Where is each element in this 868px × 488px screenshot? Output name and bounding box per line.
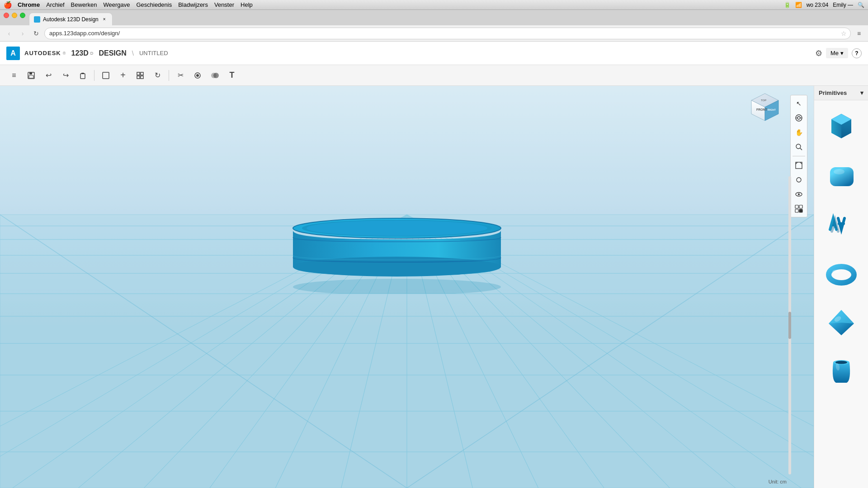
- address-bar[interactable]: apps.123dapp.com/design/ ☆: [44, 28, 851, 39]
- scroll-thumb[interactable]: [788, 312, 791, 339]
- zoom-extents-tool[interactable]: [793, 174, 805, 186]
- svg-point-11: [196, 74, 199, 77]
- menu-button[interactable]: ≡: [6, 68, 22, 83]
- navigation-cube[interactable]: FRONT RIGhT TOP: [748, 91, 780, 123]
- bladwijzers-menu[interactable]: Bladwijzers: [178, 1, 208, 8]
- svg-text:FRONT: FRONT: [756, 108, 768, 111]
- combine-button[interactable]: [207, 68, 222, 83]
- close-window-button[interactable]: [4, 13, 9, 18]
- svg-rect-4: [81, 73, 84, 74]
- svg-rect-7: [141, 72, 143, 75]
- help-button[interactable]: ?: [852, 48, 862, 58]
- save-button[interactable]: [24, 68, 39, 83]
- primitive-torus[interactable]: [819, 251, 864, 296]
- zoom-view-tool[interactable]: [793, 141, 805, 153]
- svg-point-69: [797, 178, 801, 182]
- time-display: wo 23:04: [807, 2, 829, 8]
- redo-button[interactable]: ↪: [58, 68, 73, 83]
- weergave-menu[interactable]: Weergave: [103, 1, 130, 8]
- refresh-button[interactable]: ↻: [150, 68, 165, 83]
- primitives-panel: Primitives ▾: [814, 86, 868, 488]
- svg-text:RIGhT: RIGhT: [768, 108, 776, 111]
- svg-point-13: [213, 73, 219, 78]
- svg-point-46: [293, 279, 501, 294]
- search-icon[interactable]: 🔍: [858, 2, 864, 8]
- text-button[interactable]: T: [224, 68, 240, 83]
- chrome-addressbar: ‹ › ↻ apps.123dapp.com/design/ ☆ ≡: [0, 25, 868, 42]
- transform-button[interactable]: [132, 68, 148, 83]
- fit-view-tool[interactable]: [793, 159, 805, 172]
- tab-autodesk[interactable]: Autodesk 123D Design ×: [29, 13, 113, 25]
- venster-menu[interactable]: Venster: [214, 1, 234, 8]
- select-button[interactable]: [98, 68, 113, 83]
- add-button[interactable]: +: [115, 68, 131, 83]
- primitive-3dtext[interactable]: [819, 202, 864, 248]
- autodesk-logo: A: [6, 47, 20, 60]
- primitive-cup[interactable]: [819, 349, 864, 394]
- battery-icon: 🔋: [784, 2, 791, 8]
- header-right: ⚙ Me ▾ ?: [815, 48, 862, 58]
- svg-rect-3: [80, 74, 85, 79]
- chrome-menu[interactable]: Chrome: [18, 1, 40, 8]
- primitive-box[interactable]: [819, 105, 864, 150]
- product-name: 123D: [71, 49, 89, 57]
- tab-close-button[interactable]: ×: [101, 16, 108, 23]
- undo-button[interactable]: ↩: [41, 68, 56, 83]
- maximize-window-button[interactable]: [20, 13, 25, 18]
- svg-rect-77: [799, 205, 802, 208]
- svg-marker-90: [829, 310, 854, 324]
- svg-text:TOP: TOP: [761, 99, 766, 102]
- bookmark-icon[interactable]: ☆: [841, 30, 847, 37]
- minimize-window-button[interactable]: [12, 13, 17, 18]
- chevron-down-icon: ▾: [840, 50, 844, 56]
- svg-rect-8: [137, 76, 140, 79]
- svg-rect-9: [141, 76, 143, 79]
- svg-rect-79: [799, 209, 802, 212]
- select-view-tool[interactable]: ↖: [793, 97, 805, 110]
- svg-rect-2: [29, 75, 33, 78]
- svg-rect-78: [795, 209, 798, 212]
- user-display: Emily —: [833, 2, 853, 8]
- cut-button[interactable]: ✂: [173, 68, 188, 83]
- help-menu[interactable]: Help: [241, 1, 253, 8]
- pan-view-tool[interactable]: ✋: [793, 126, 805, 139]
- forward-button[interactable]: ›: [17, 28, 28, 39]
- wifi-icon: 📶: [795, 2, 802, 8]
- primitives-header[interactable]: Primitives ▾: [814, 86, 868, 100]
- svg-point-61: [797, 117, 800, 119]
- visibility-view-tool[interactable]: [793, 188, 805, 201]
- clipboard-button[interactable]: [75, 68, 90, 83]
- primitive-diamond[interactable]: [819, 300, 864, 345]
- reload-button[interactable]: ↻: [31, 28, 42, 39]
- bewerken-menu[interactable]: Bewerken: [71, 1, 97, 8]
- primitive-rounded-box[interactable]: [819, 154, 864, 199]
- geschiedenis-menu[interactable]: Geschiedenis: [136, 1, 172, 8]
- toolbar-divider: [94, 70, 94, 81]
- 3d-object[interactable]: [285, 194, 511, 294]
- back-button[interactable]: ‹: [4, 28, 14, 39]
- viewport[interactable]: FRONT RIGhT TOP ↖ ✋: [0, 86, 814, 488]
- view-tool-divider: [793, 156, 805, 156]
- apple-menu[interactable]: 🍎: [4, 1, 12, 9]
- snap-view-tool[interactable]: [793, 202, 805, 215]
- archief-menu[interactable]: Archief: [46, 1, 64, 8]
- file-name: UNTITLED: [139, 50, 168, 56]
- paint-button[interactable]: [190, 68, 205, 83]
- unit-label: Unit: cm: [769, 479, 787, 484]
- tab-title: Autodesk 123D Design: [43, 16, 99, 23]
- tab-favicon: [34, 16, 40, 23]
- mac-menubar: 🍎 Chrome Archief Bewerken Weergave Gesch…: [0, 0, 868, 10]
- vertical-scrollbar[interactable]: [788, 176, 791, 474]
- settings-icon[interactable]: ≡: [854, 28, 864, 39]
- view-tools-panel: ↖ ✋: [790, 95, 807, 217]
- primitives-title: Primitives: [819, 89, 847, 96]
- me-label: Me: [830, 50, 839, 56]
- orbit-view-tool[interactable]: [793, 112, 805, 124]
- primitives-collapse-icon: ▾: [860, 89, 863, 96]
- svg-point-88: [832, 270, 840, 273]
- me-button[interactable]: Me ▾: [826, 48, 848, 58]
- app-title: AUTODESK® 123D D DESIGN \ UNTITLED: [24, 49, 168, 57]
- gear-icon[interactable]: ⚙: [815, 48, 822, 58]
- app-header: A AUTODESK® 123D D DESIGN \ UNTITLED ⚙ M…: [0, 42, 868, 65]
- svg-point-51: [307, 221, 487, 236]
